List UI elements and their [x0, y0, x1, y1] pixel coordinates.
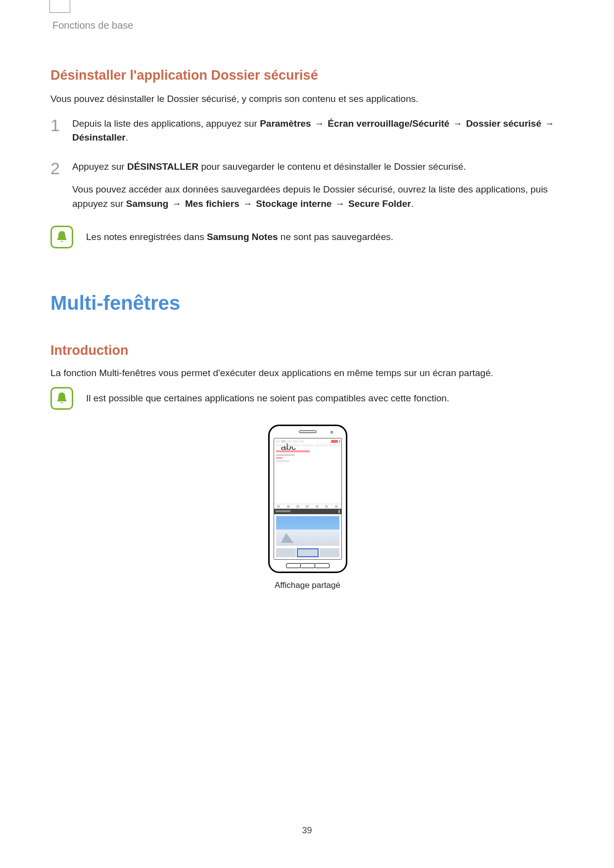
phone-illustration: abc [268, 425, 347, 573]
intro-text-multiwindow: La fonction Multi-fenêtres vous permet d… [50, 366, 565, 380]
header-crop-marker [49, 0, 70, 13]
figure-splitscreen: abc Affichage pa [50, 425, 565, 592]
running-header: Fonctions de base [52, 18, 565, 33]
steps-list: Depuis la liste des applications, appuye… [50, 117, 565, 211]
chapter-heading-multiwindow: Multi-fenêtres [50, 288, 565, 318]
note-row-2: Il est possible que certaines applicatio… [50, 387, 565, 410]
note-text-1: Les notes enregistrées dans Samsung Note… [86, 230, 393, 244]
section-intro-uninstall: Vous pouvez désinstaller le Dossier sécu… [50, 92, 565, 106]
step-1-text: Depuis la liste des applications, appuye… [72, 118, 555, 143]
figure-caption: Affichage partagé [50, 579, 565, 592]
page-number: 39 [302, 824, 312, 837]
note-row-1: Les notes enregistrées dans Samsung Note… [50, 226, 565, 248]
step-2-extra: Vous pouvez accéder aux données sauvegar… [72, 183, 565, 211]
bell-icon [50, 226, 73, 248]
bell-icon [50, 387, 73, 410]
note-text-2: Il est possible que certaines applicatio… [86, 391, 449, 406]
section-heading-uninstall: Désinstaller l'application Dossier sécur… [50, 65, 565, 86]
step-1: Depuis la liste des applications, appuye… [50, 117, 565, 145]
sub-heading-introduction: Introduction [50, 340, 565, 361]
step-2-text: Appuyez sur DÉSINSTALLER pour sauvegarde… [72, 161, 466, 172]
step-2: Appuyez sur DÉSINSTALLER pour sauvegarde… [50, 160, 565, 211]
